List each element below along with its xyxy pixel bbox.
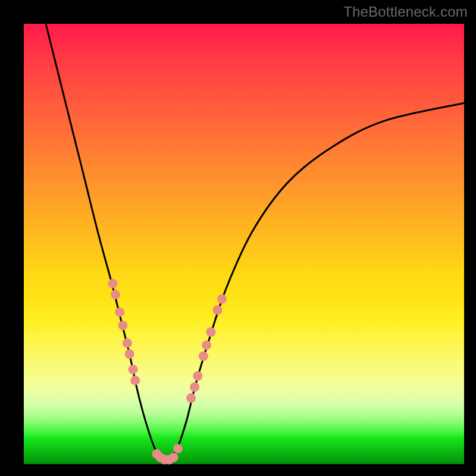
plot-area bbox=[24, 24, 464, 464]
bottleneck-curve bbox=[46, 24, 464, 461]
chart-svg bbox=[24, 24, 464, 464]
chart-frame: TheBottleneck.com bbox=[0, 0, 476, 476]
right-dots-dot bbox=[206, 327, 216, 337]
left-dots-dot bbox=[125, 349, 134, 359]
right-dots-dot bbox=[190, 383, 199, 392]
bottom-dots-dot bbox=[173, 444, 183, 453]
right-dots-dot bbox=[202, 340, 211, 350]
left-dots-dot bbox=[108, 279, 117, 289]
right-dots-dot bbox=[213, 305, 223, 315]
right-dots-dot bbox=[186, 393, 196, 403]
left-dots-dot bbox=[111, 290, 120, 299]
left-dots-dot bbox=[130, 375, 140, 385]
watermark-text: TheBottleneck.com bbox=[343, 4, 468, 20]
right-dots-dot bbox=[217, 295, 227, 304]
bottom-dots-dot bbox=[169, 453, 178, 462]
right-dots-dot bbox=[199, 352, 208, 361]
marker-layer bbox=[108, 279, 227, 465]
curve-layer bbox=[46, 24, 464, 461]
left-dots-dot bbox=[123, 339, 132, 348]
left-dots-dot bbox=[115, 308, 124, 317]
left-dots-dot bbox=[118, 321, 128, 330]
left-dots-dot bbox=[129, 365, 138, 374]
right-dots-dot bbox=[193, 371, 202, 381]
